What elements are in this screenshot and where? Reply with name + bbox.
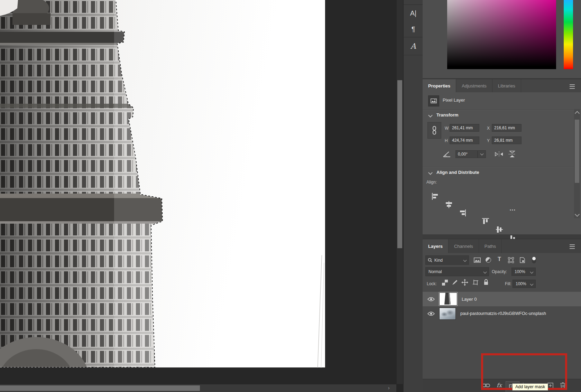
y-field[interactable]: 26,81 mm xyxy=(492,137,522,144)
tab-libraries[interactable]: Libraries xyxy=(492,79,521,92)
tab-layers[interactable]: Layers xyxy=(423,239,449,253)
hue-slider[interactable] xyxy=(564,0,573,69)
flip-vertical-icon[interactable] xyxy=(508,150,516,158)
fill-value: 100% xyxy=(516,281,526,286)
fill-dropdown[interactable]: 100% xyxy=(513,280,536,288)
filter-toggle-icon[interactable] xyxy=(530,256,538,264)
x-label: X xyxy=(487,126,490,131)
opacity-label: Opacity: xyxy=(492,269,507,274)
paragraph-panel-icon[interactable]: ¶ xyxy=(405,21,422,37)
more-options-button[interactable]: ••• xyxy=(510,208,516,212)
layer-thumbnail[interactable] xyxy=(439,308,456,320)
align-right-edges-icon[interactable] xyxy=(459,209,467,217)
filter-shape-layers-icon[interactable] xyxy=(507,256,515,264)
panel-dock: Properties Adjustments Libraries Pixel L… xyxy=(423,0,581,392)
lock-all-icon[interactable] xyxy=(483,279,489,285)
lock-image-pixels-icon[interactable] xyxy=(452,279,458,286)
rotation-angle-icon xyxy=(443,151,451,157)
width-field[interactable]: 261,41 mm xyxy=(450,124,479,132)
properties-panel: Properties Adjustments Libraries Pixel L… xyxy=(423,79,581,234)
document-canvas[interactable] xyxy=(0,0,325,367)
horizontal-scrollbar-thumb[interactable] xyxy=(0,385,200,391)
opacity-value: 100% xyxy=(515,269,525,274)
height-field[interactable]: 424,74 mm xyxy=(450,137,479,144)
character-panel-glyph: A| xyxy=(410,9,417,17)
lock-position-icon[interactable] xyxy=(461,279,468,286)
layer-name[interactable]: paul-pastourmatzis-r0J9sGBWFOc-unsplash xyxy=(460,311,546,316)
pixel-layer-icon xyxy=(428,95,439,106)
flip-horizontal-icon[interactable] xyxy=(495,151,504,157)
properties-tabbar: Properties Adjustments Libraries xyxy=(423,79,581,92)
tab-channels[interactable]: Channels xyxy=(449,239,479,253)
search-icon xyxy=(428,258,432,262)
layers-tabbar: Layers Channels Paths xyxy=(423,239,581,253)
power-line-2 xyxy=(321,263,324,368)
angle-field[interactable]: 0,00° xyxy=(455,150,478,158)
collapsed-panel-dock: A| ¶ A xyxy=(403,0,423,392)
layer-filter-kind-dropdown[interactable]: Kind xyxy=(425,255,469,265)
lock-label: Lock: xyxy=(427,281,437,286)
layer-name[interactable]: Layer 0 xyxy=(462,297,477,302)
scroll-right-arrow-icon[interactable]: › xyxy=(388,385,390,391)
align-left-edges-icon[interactable] xyxy=(431,192,439,200)
vertical-scrollbar-thumb[interactable] xyxy=(397,80,402,248)
layers-menu-icon[interactable] xyxy=(570,244,575,249)
x-value: 216,61 mm xyxy=(494,125,515,130)
y-label: Y xyxy=(487,138,490,143)
angle-dropdown[interactable] xyxy=(478,150,486,158)
height-label: H xyxy=(445,138,448,143)
align-collapse-icon[interactable] xyxy=(428,170,433,175)
filter-type-layers-icon[interactable]: T xyxy=(495,255,504,263)
add-layer-mask-tooltip: Add layer mask xyxy=(512,383,548,391)
fill-label: Fill: xyxy=(505,281,511,286)
color-panel xyxy=(423,0,581,78)
filter-smart-objects-icon[interactable] xyxy=(518,256,526,264)
align-label: Align: xyxy=(426,180,437,185)
align-top-edges-icon[interactable] xyxy=(481,217,490,225)
opacity-dropdown[interactable]: 100% xyxy=(511,268,536,276)
filter-pixel-layers-icon[interactable] xyxy=(473,256,481,264)
flatiron-building-image xyxy=(0,0,166,367)
align-horizontal-centers-icon[interactable] xyxy=(445,200,453,209)
tab-adjustments[interactable]: Adjustments xyxy=(456,79,492,92)
divider xyxy=(423,166,581,167)
layer-list: Layer 0 paul-pastourmatzis-r0J9sGBWFOc-u… xyxy=(423,292,581,321)
lock-artboard-icon[interactable] xyxy=(472,279,479,286)
paragraph-panel-glyph: ¶ xyxy=(412,25,415,33)
properties-scrollbar[interactable] xyxy=(574,109,580,218)
height-value: 424,74 mm xyxy=(452,138,473,143)
dock-divider xyxy=(404,55,423,55)
angle-value: 0,00° xyxy=(458,152,468,157)
photoshop-window: › A| ¶ A Properties Adjustments Li xyxy=(0,0,581,392)
tab-paths[interactable]: Paths xyxy=(479,239,502,253)
align-vertical-centers-icon[interactable] xyxy=(495,225,504,234)
blend-mode-dropdown[interactable]: Normal xyxy=(425,267,489,276)
y-value: 26,81 mm xyxy=(494,138,513,143)
horizontal-scrollbar[interactable]: › xyxy=(0,384,396,392)
lock-transparent-pixels-icon[interactable] xyxy=(442,280,448,286)
character-panel-icon[interactable]: A| xyxy=(405,5,422,21)
transform-collapse-icon[interactable] xyxy=(428,113,433,118)
blend-mode-value: Normal xyxy=(428,269,442,274)
tab-properties[interactable]: Properties xyxy=(423,79,456,92)
divider xyxy=(423,110,581,110)
visibility-eye-icon[interactable] xyxy=(427,297,435,301)
properties-menu-icon[interactable] xyxy=(570,84,575,89)
color-saturation-brightness-picker[interactable] xyxy=(447,0,556,69)
align-distribute-header[interactable]: Align and Distribute xyxy=(436,170,479,175)
x-field[interactable]: 216,61 mm xyxy=(492,124,522,132)
layer-row[interactable]: paul-pastourmatzis-r0J9sGBWFOc-unsplash xyxy=(423,306,581,321)
layer-row-selected[interactable]: Layer 0 xyxy=(423,292,581,306)
vertical-scrollbar[interactable] xyxy=(397,0,403,384)
transform-header[interactable]: Transform xyxy=(436,112,459,118)
link-dimensions-button[interactable] xyxy=(427,122,441,139)
layer-thumbnail[interactable] xyxy=(439,292,457,306)
glyphs-panel-icon[interactable]: A xyxy=(405,38,422,54)
filter-adjustment-layers-icon[interactable] xyxy=(484,256,492,264)
scroll-up-arrow-icon[interactable] xyxy=(575,111,580,116)
width-value: 261,41 mm xyxy=(452,125,473,130)
visibility-eye-icon[interactable] xyxy=(427,311,435,316)
scroll-down-arrow-icon[interactable] xyxy=(575,212,580,217)
properties-scrollbar-thumb[interactable] xyxy=(575,120,579,183)
width-label: W xyxy=(445,126,449,131)
